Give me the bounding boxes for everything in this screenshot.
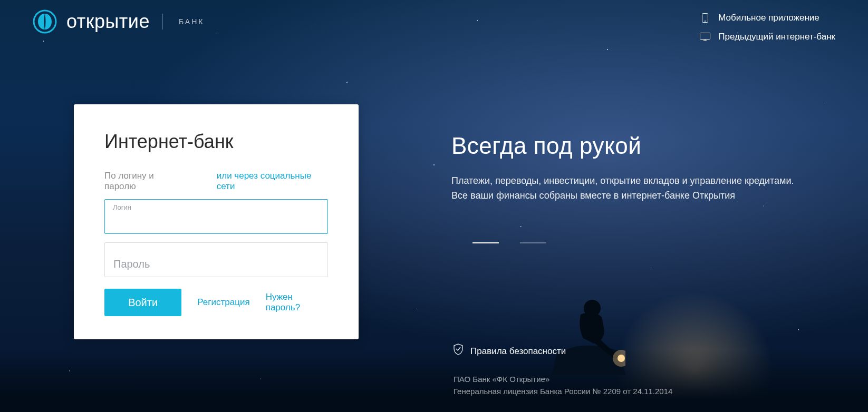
password-field-wrapper xyxy=(104,242,328,277)
login-title: Интернет-банк xyxy=(104,131,328,153)
hero-body: Платежи, переводы, инвестиции, открытие … xyxy=(451,174,799,203)
legacy-bank-link[interactable]: Предыдущий интернет-банк xyxy=(699,32,835,42)
security-rules-link[interactable]: Правила безопасности xyxy=(454,344,672,359)
header: открытие БАНК Мобильное приложение Преды… xyxy=(33,9,835,42)
carousel-indicators xyxy=(472,242,546,243)
background-ground xyxy=(0,349,868,412)
footer: Правила безопасности ПАО Банк «ФК Открыт… xyxy=(454,344,672,398)
login-button[interactable]: Войти xyxy=(104,289,181,316)
top-links: Мобильное приложение Предыдущий интернет… xyxy=(699,9,835,42)
login-field-label: Логин xyxy=(113,203,131,211)
login-tabs: По логину и паролю или через социальные … xyxy=(104,171,328,192)
legal-line-1: ПАО Банк «ФК Открытие» xyxy=(454,374,672,386)
phone-icon xyxy=(699,14,711,22)
login-actions: Войти Регистрация Нужен пароль? xyxy=(104,289,328,316)
mobile-app-label: Мобильное приложение xyxy=(718,13,819,23)
svg-point-5 xyxy=(705,21,706,22)
hero-headline: Всегда под рукой xyxy=(451,133,799,159)
svg-point-0 xyxy=(584,300,601,317)
svg-point-3 xyxy=(34,11,56,33)
mobile-app-link[interactable]: Мобильное приложение xyxy=(699,13,835,23)
brand-separator xyxy=(162,14,163,30)
logo-icon xyxy=(33,9,57,34)
tab-credentials[interactable]: По логину и паролю xyxy=(104,171,185,192)
password-input[interactable] xyxy=(104,242,328,277)
login-field-wrapper: Логин xyxy=(104,199,328,234)
brand-subtitle: БАНК xyxy=(179,17,204,26)
register-link[interactable]: Регистрация xyxy=(197,297,249,308)
monitor-icon xyxy=(699,33,711,41)
svg-rect-6 xyxy=(700,33,710,40)
login-card: Интернет-банк По логину и паролю или чер… xyxy=(74,104,359,339)
login-input[interactable] xyxy=(104,199,328,234)
brand: открытие БАНК xyxy=(33,9,204,34)
carousel-dot-1[interactable] xyxy=(472,242,499,243)
hero: Всегда под рукой Платежи, переводы, инве… xyxy=(451,133,799,203)
forgot-password-link[interactable]: Нужен пароль? xyxy=(266,292,328,313)
legal-line-2: Генеральная лицензия Банка России № 2209… xyxy=(454,386,672,398)
shield-icon xyxy=(454,344,463,359)
brand-name: открытие xyxy=(66,11,150,33)
security-rules-label: Правила безопасности xyxy=(470,345,566,358)
carousel-dot-2[interactable] xyxy=(520,242,546,243)
legacy-bank-label: Предыдущий интернет-банк xyxy=(718,32,835,42)
tab-social[interactable]: или через социальные сети xyxy=(217,171,328,192)
